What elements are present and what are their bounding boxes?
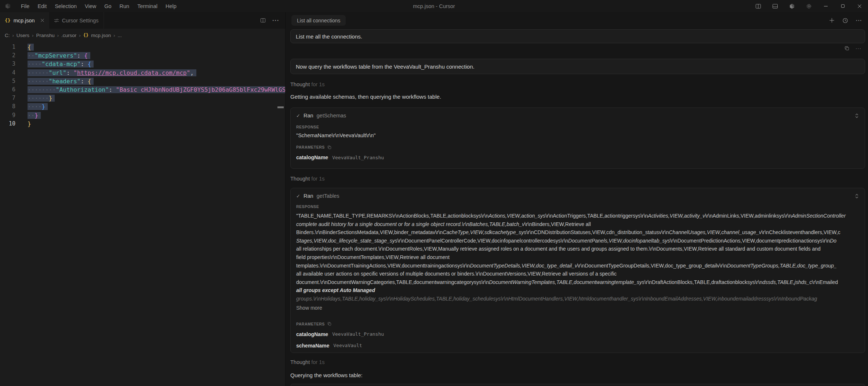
settings-gear-icon[interactable] bbox=[806, 3, 812, 9]
editor-tab-bar: {} mcp.json Cursor Settings ··· bbox=[0, 12, 285, 29]
code-line[interactable]: 2··"mcpServers": { bbox=[0, 51, 285, 60]
response-text-segment: "TABLE_NAME,TABLE_TYPE,REMARKS\r\nAction… bbox=[296, 213, 489, 219]
collapse-chevrons-icon[interactable] bbox=[854, 193, 859, 199]
response-line: document.\r\nDocumentWarningCategories,T… bbox=[296, 278, 859, 287]
menu-edit[interactable]: Edit bbox=[33, 3, 51, 9]
response-text-segment: \r\nDocumentPredictionActions,VIEW,docum… bbox=[670, 238, 830, 244]
tab-mcp-json[interactable]: {} mcp.json bbox=[0, 12, 49, 29]
close-window-button[interactable] bbox=[851, 0, 868, 12]
thought-row[interactable]: Thoughtfor 1s bbox=[290, 81, 324, 87]
chat-history-icon[interactable] bbox=[842, 18, 848, 23]
parameters-list: catalogNameVeevaVault_PranshuschemaNameV… bbox=[296, 331, 859, 349]
menu-selection[interactable]: Selection bbox=[51, 3, 81, 9]
menu-view[interactable]: View bbox=[81, 3, 100, 9]
menu-bar: FileEditSelectionViewGoRunTerminalHelp bbox=[17, 3, 181, 9]
split-editor-right-icon[interactable] bbox=[260, 18, 266, 23]
response-text-segment: DocumentPanels,VIEW,docinfopaneltab_sys bbox=[568, 238, 670, 244]
copy-message-icon[interactable] bbox=[845, 46, 849, 51]
response-text-segment: all groups except Auto Managed bbox=[296, 287, 375, 293]
code-line[interactable]: 6········"Authorization": "Basic cHJhbnN… bbox=[0, 85, 285, 94]
code-token: } bbox=[49, 95, 52, 102]
split-editor-icon[interactable] bbox=[755, 3, 761, 9]
toggle-panel-icon[interactable] bbox=[772, 3, 778, 9]
code-line-content: ······"url": "https://mcp.cloud.cdata.co… bbox=[28, 69, 285, 77]
chat-more-actions-icon[interactable]: ··· bbox=[856, 18, 862, 23]
tab-label: mcp.json bbox=[14, 18, 35, 23]
parameter-row: schemaNameVeevaVault bbox=[296, 342, 859, 349]
breadcrumb-item-users[interactable]: Users bbox=[17, 33, 29, 38]
parameter-row: catalogNameVeevaVault_Pranshu bbox=[296, 154, 859, 161]
message-more-icon[interactable]: ··· bbox=[856, 45, 861, 51]
code-line[interactable]: 7······} bbox=[0, 94, 285, 102]
minimize-button[interactable] bbox=[817, 0, 834, 12]
breadcrumb-item--[interactable]: ... bbox=[118, 33, 122, 38]
indent-whitespace-dots: ······ bbox=[28, 95, 49, 102]
line-number: 1 bbox=[0, 43, 15, 51]
thought-row[interactable]: Thoughtfor 1s bbox=[290, 359, 324, 365]
parameter-row: catalogNameVeevaVault_Pranshu bbox=[296, 331, 859, 338]
response-line: all groups except Auto Managed bbox=[296, 286, 859, 295]
menu-file[interactable]: File bbox=[17, 3, 33, 9]
response-label: RESPONSE bbox=[296, 204, 859, 209]
breadcrumb-item--cursor[interactable]: .cursor bbox=[61, 33, 76, 38]
tool-call-card-gettables: ✓ Ran getTables RESPONSE "TABLE_NAME,TAB… bbox=[290, 188, 865, 353]
response-line: complete audit history for a single docu… bbox=[296, 220, 859, 229]
new-chat-icon[interactable] bbox=[829, 18, 835, 23]
assistant-text: Getting available schemas, then querying… bbox=[290, 94, 441, 100]
code-line[interactable]: 10} bbox=[0, 120, 285, 128]
tool-call-header[interactable]: ✓ Ran getSchemas bbox=[296, 112, 859, 120]
code-selection: ··} bbox=[28, 112, 41, 119]
close-tab-icon[interactable] bbox=[40, 18, 44, 22]
chat-tab-list-all-connections[interactable]: List all connections bbox=[291, 15, 346, 26]
code-token: { bbox=[88, 61, 91, 68]
breadcrumb-separator-icon: › bbox=[57, 33, 59, 38]
breadcrumb-item-mcp-json[interactable]: mcp.json bbox=[91, 33, 111, 38]
code-line[interactable]: 9··} bbox=[0, 111, 285, 120]
code-token: } bbox=[34, 112, 38, 119]
code-selection: ······"headers": { bbox=[28, 78, 94, 85]
parameters-label: PARAMETERS bbox=[296, 322, 859, 326]
response-text-segment: AdminSectionController bbox=[792, 213, 846, 219]
tool-call-header[interactable]: ✓ Ran getTables bbox=[296, 192, 859, 200]
menu-terminal[interactable]: Terminal bbox=[133, 3, 161, 9]
code-token: "Authorization" bbox=[56, 86, 109, 93]
indent-whitespace-dots: ···· bbox=[28, 103, 42, 110]
code-line[interactable]: 1{ bbox=[0, 43, 285, 51]
parameter-name: catalogName bbox=[296, 154, 328, 160]
maximize-button[interactable] bbox=[834, 0, 851, 12]
menu-go[interactable]: Go bbox=[100, 3, 115, 9]
code-editor[interactable]: 1{2··"mcpServers": {3····"cdata-mcp": {4… bbox=[0, 42, 285, 386]
collapse-chevrons-icon[interactable] bbox=[854, 113, 859, 119]
menu-help[interactable]: Help bbox=[161, 3, 181, 9]
code-selection: ····} bbox=[28, 103, 48, 110]
indent-whitespace-dots: ······ bbox=[28, 78, 49, 85]
copy-parameters-icon[interactable] bbox=[327, 145, 331, 149]
copy-parameters-icon[interactable] bbox=[327, 322, 331, 326]
breadcrumb-item-c-[interactable]: C: bbox=[5, 33, 10, 38]
code-line[interactable]: 3····"cdata-mcp": { bbox=[0, 60, 285, 68]
chat-conversation: List me all the connections. ··· Now que… bbox=[286, 29, 868, 386]
response-line: Stages,VIEW,doc_lifecycle_state_stage_sy… bbox=[296, 237, 859, 245]
response-text-segment: Binders.\r\nBinderSectionsMetadata,VIEW,… bbox=[296, 229, 443, 235]
cursor-logo-icon bbox=[5, 3, 11, 9]
code-line[interactable]: 4······"url": "https://mcp.cloud.cdata.c… bbox=[0, 69, 285, 77]
response-text-segment: Stages,VIEW,doc_lifecycle_state_stage_sy… bbox=[296, 238, 397, 244]
menu-run[interactable]: Run bbox=[116, 3, 134, 9]
code-line[interactable]: 5······"headers": { bbox=[0, 77, 285, 85]
code-line-content: ··} bbox=[28, 111, 285, 120]
code-line[interactable]: 8····} bbox=[0, 102, 285, 111]
thought-row[interactable]: Thoughtfor 1s bbox=[290, 176, 324, 182]
sliders-icon bbox=[54, 18, 59, 23]
cursor-ai-icon[interactable] bbox=[789, 3, 795, 9]
editor-more-actions-icon[interactable]: ··· bbox=[272, 17, 279, 24]
tab-cursor-settings[interactable]: Cursor Settings bbox=[49, 12, 104, 29]
code-token: " bbox=[73, 69, 77, 76]
breadcrumb-item-pranshu[interactable]: Pranshu bbox=[36, 33, 54, 38]
response-text-segment: dssds,TABLE,jshds_c bbox=[762, 279, 812, 285]
editor-pane: {} mcp.json Cursor Settings ··· C:›Users… bbox=[0, 12, 285, 386]
user-message-text: List me all the connections. bbox=[296, 33, 362, 40]
response-text-segment: CacheType,VIEW,sdkcachetype_sys bbox=[443, 229, 526, 235]
parameters-label: PARAMETERS bbox=[296, 145, 859, 149]
show-more-link[interactable]: Show more bbox=[296, 305, 859, 311]
user-message-bubble: List me all the connections. bbox=[290, 29, 865, 43]
